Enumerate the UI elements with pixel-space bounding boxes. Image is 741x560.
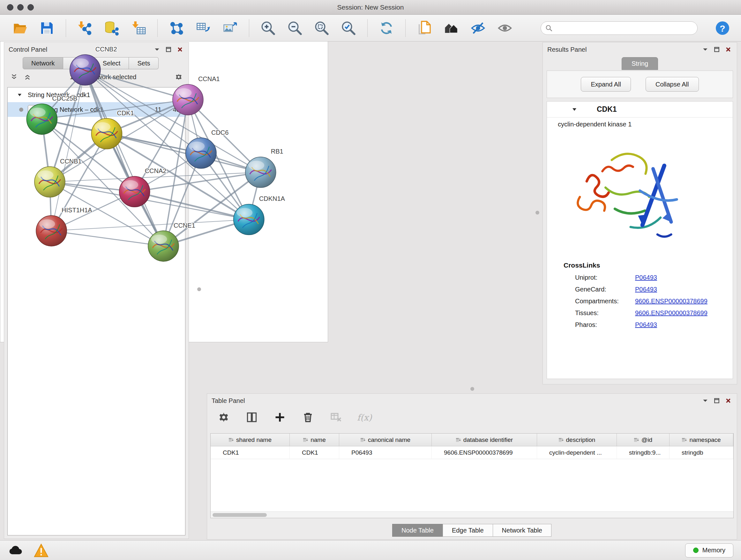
delete-column-button[interactable] [301, 410, 315, 424]
eye-icon [497, 20, 513, 36]
tab-edge-table[interactable]: Edge Table [443, 524, 493, 537]
refresh-icon [379, 20, 394, 36]
scrollbar-thumb[interactable] [212, 513, 267, 517]
network-node-ccna1[interactable]: CCNA1 [173, 75, 220, 115]
disclosure-triangle-icon [572, 107, 577, 112]
network-node-cdk1[interactable]: CDK1 [91, 110, 134, 149]
cloud-status-button[interactable] [8, 543, 23, 557]
crosslink-label: Uniprot: [575, 274, 635, 281]
column-header[interactable]: description [537, 434, 617, 446]
node-label-cdkn1a: CDKN1A [259, 195, 285, 202]
results-panel-collapse-button[interactable] [701, 45, 710, 54]
float-window-icon [714, 47, 720, 52]
column-header[interactable]: database identifier [432, 434, 537, 446]
show-graphics-details-button[interactable] [495, 19, 514, 37]
column-header[interactable]: canonical name [339, 434, 432, 446]
crosslink-genecard-link[interactable]: P06493 [635, 286, 657, 293]
column-header[interactable]: @id [617, 434, 670, 446]
node-label-ccnb2: CCNB2 [95, 46, 117, 53]
tab-node-table[interactable]: Node Table [392, 524, 443, 537]
toolbar-separator [405, 19, 406, 37]
node-table-header: shared name name canonical name database… [211, 434, 733, 446]
splitter-handle[interactable] [470, 387, 474, 391]
table-toolbar: f(x) [207, 408, 737, 427]
crosslink-compartments-link[interactable]: 9606.ENSP00000378699 [635, 298, 708, 305]
create-column-button[interactable] [273, 410, 287, 424]
crosslink-label: Compartments: [575, 298, 635, 305]
table-mode-button[interactable] [217, 410, 231, 424]
copy-document-button[interactable] [415, 19, 434, 37]
show-columns-button[interactable] [245, 410, 259, 424]
table-panel-title: Table Panel [212, 397, 698, 405]
network-node-hist1h1a[interactable]: HIST1H1A [36, 206, 92, 246]
status-bar: Memory [0, 540, 741, 560]
sort-icon [634, 437, 639, 442]
help-button[interactable]: ? [715, 20, 730, 36]
function-builder-button[interactable]: f(x) [357, 410, 372, 424]
gene-header-row[interactable]: CDK1 [547, 102, 733, 118]
crosslink-tissues-link[interactable]: 9606.ENSP00000378699 [635, 309, 708, 317]
network-edge[interactable] [85, 70, 188, 100]
search-icon [545, 24, 552, 32]
crosslinks-title: CrossLinks [563, 261, 733, 269]
tab-network-table[interactable]: Network Table [493, 524, 551, 537]
column-header[interactable]: name [290, 434, 339, 446]
sort-icon [682, 437, 687, 442]
table-row[interactable]: CDK1 CDK1 P06493 9606.ENSP00000378699 cy… [211, 446, 733, 459]
horizontal-scrollbar[interactable] [211, 511, 733, 518]
close-icon [725, 398, 731, 403]
svg-text:?: ? [720, 23, 725, 33]
warning-icon [33, 543, 49, 558]
apply-preferred-layout-button[interactable] [377, 19, 396, 37]
table-panel-collapse-button[interactable] [701, 396, 710, 405]
network-node-ccnb2[interactable]: CCNB2 [70, 46, 117, 85]
crosslink-label: GeneCard: [575, 286, 635, 293]
results-panel-float-button[interactable] [713, 45, 721, 54]
network-edge[interactable] [85, 70, 163, 246]
table-panel-float-button[interactable] [713, 396, 721, 405]
home-icon [444, 20, 459, 36]
document-copy-icon [417, 20, 432, 36]
network-node-cdkn1a[interactable]: CDKN1A [233, 195, 285, 235]
collapse-all-button[interactable]: Collapse All [646, 77, 699, 91]
network-edge[interactable] [51, 231, 163, 246]
crosslink-uniprot-link[interactable]: P06493 [635, 274, 657, 281]
zoom-selected-button[interactable] [339, 19, 358, 37]
memory-label: Memory [702, 547, 725, 554]
gene-details-card: CDK1 cyclin-dependent kinase 1 CrossLink… [547, 101, 733, 379]
expand-all-button[interactable]: Expand All [581, 77, 631, 91]
table-panel-close-button[interactable] [724, 396, 732, 405]
node-table: shared name name canonical name database… [210, 433, 734, 518]
results-panel-close-button[interactable] [724, 45, 732, 54]
search-input[interactable] [555, 24, 693, 32]
crosslink-pharos-link[interactable]: P06493 [635, 321, 657, 328]
splitter-handle[interactable] [536, 211, 539, 214]
node-label-cdc25b: CDC25B [52, 95, 77, 102]
memory-button[interactable]: Memory [685, 543, 733, 557]
hide-graphics-details-button[interactable] [469, 19, 487, 37]
table-tabs: Node Table Edge Table Network Table [207, 524, 737, 537]
network-edge[interactable] [107, 134, 260, 172]
warnings-button[interactable] [33, 543, 49, 557]
results-panel: Results Panel String Expand All Collapse… [542, 42, 737, 384]
tab-string-results[interactable]: String [622, 57, 658, 70]
help-icon: ? [715, 20, 730, 36]
home-button[interactable] [442, 19, 461, 37]
node-label-ccnb1: CCNB1 [60, 158, 82, 165]
column-header[interactable]: namespace [670, 434, 733, 446]
memory-status-icon [693, 548, 698, 553]
plus-icon [274, 412, 286, 423]
sort-icon [456, 437, 461, 442]
network-node-rb1[interactable]: RB1 [246, 148, 283, 187]
sort-icon [228, 437, 233, 442]
network-canvas[interactable]: CCNB2CCNA1CDC25BCDK1CDC6RB1CCNB1CCNA2CDK… [0, 0, 327, 324]
node-label-cdc6: CDC6 [211, 129, 228, 136]
crosslink-label: Pharos: [575, 321, 635, 328]
delete-table-button[interactable] [329, 410, 343, 424]
node-label-ccne1: CCNE1 [174, 222, 195, 229]
gene-description: cyclin-dependent kinase 1 [547, 118, 733, 129]
column-header[interactable]: shared name [211, 434, 290, 446]
splitter-handle[interactable] [197, 287, 201, 291]
node-label-ccna2: CCNA2 [145, 167, 166, 174]
network-node-cdc25b[interactable]: CDC25B [26, 95, 77, 134]
